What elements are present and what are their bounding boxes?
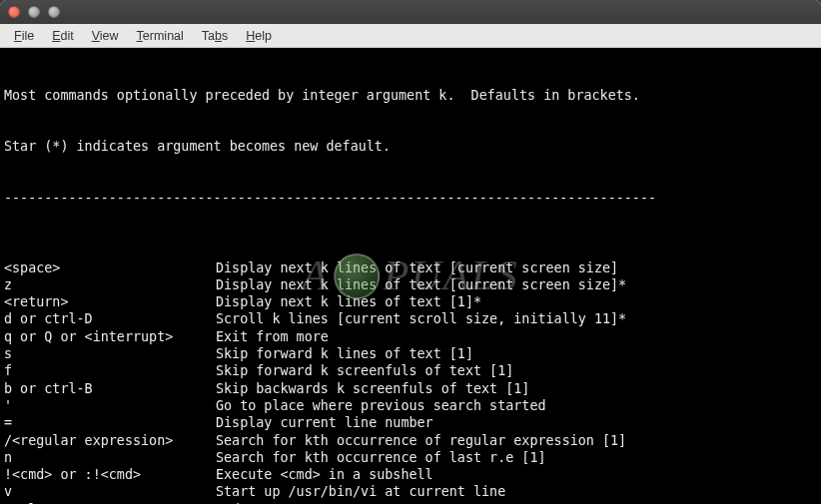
help-row: =Display current line number [4,414,817,431]
close-icon[interactable] [8,6,20,18]
help-row: !<cmd> or :!<cmd>Execute <cmd> in a subs… [4,466,817,483]
help-desc: Execute <cmd> in a subshell [216,466,817,483]
help-row: <space>Display next k lines of text [cur… [4,259,817,276]
help-desc: Skip forward k screenfuls of text [1] [216,362,817,379]
help-row: nSearch for kth occurrence of last r.e [… [4,449,817,466]
help-desc: Go to place where previous search starte… [216,397,817,414]
help-desc: Search for kth occurrence of last r.e [1… [216,449,817,466]
help-key: z [4,276,216,293]
help-key: ' [4,397,216,414]
help-row: 'Go to place where previous search start… [4,397,817,414]
separator-top: ----------------------------------------… [4,190,817,207]
menu-help[interactable]: Help [238,27,280,45]
help-desc: Skip forward k lines of text [1] [216,345,817,362]
help-key: q or Q or <interrupt> [4,328,216,345]
help-row: sSkip forward k lines of text [1] [4,345,817,362]
help-key: v [4,483,216,500]
maximize-icon[interactable] [48,6,60,18]
help-desc: Exit from more [216,328,817,345]
help-key: s [4,345,216,362]
help-row: q or Q or <interrupt>Exit from more [4,328,817,345]
help-desc: Scroll k lines [current scroll size, ini… [216,310,817,327]
help-row: vStart up /usr/bin/vi at current line [4,483,817,500]
help-desc: Display next k lines of text [1]* [216,293,817,310]
help-row: b or ctrl-BSkip backwards k screenfuls o… [4,380,817,397]
menu-view[interactable]: View [84,27,127,45]
help-table: <space>Display next k lines of text [cur… [4,259,817,504]
help-key: n [4,449,216,466]
menu-tabs[interactable]: Tabs [194,27,236,45]
intro-line-2: Star (*) indicates argument becomes new … [4,138,817,155]
intro-line-1: Most commands optionally preceded by int… [4,87,817,104]
help-row: fSkip forward k screenfuls of text [1] [4,362,817,379]
help-key: b or ctrl-B [4,380,216,397]
help-desc: Display next k lines of text [current sc… [216,276,817,293]
help-key: <space> [4,259,216,276]
menu-file[interactable]: FFileile [6,27,42,45]
help-desc: Search for kth occurrence of regular exp… [216,432,817,449]
menu-terminal[interactable]: Terminal [129,27,192,45]
help-key: !<cmd> or :!<cmd> [4,466,216,483]
help-key: /<regular expression> [4,432,216,449]
help-desc: Start up /usr/bin/vi at current line [216,483,817,500]
help-key: <return> [4,293,216,310]
help-row: zDisplay next k lines of text [current s… [4,276,817,293]
menubar: FFileile Edit View Terminal Tabs Help [0,24,821,48]
help-key: f [4,362,216,379]
help-row: <return>Display next k lines of text [1]… [4,293,817,310]
menu-edit[interactable]: Edit [44,27,82,45]
help-key: = [4,414,216,431]
terminal-window: FFileile Edit View Terminal Tabs Help Mo… [0,0,821,504]
help-row: d or ctrl-DScroll k lines [current scrol… [4,310,817,327]
help-desc: Display next k lines of text [current sc… [216,259,817,276]
help-row: /<regular expression>Search for kth occu… [4,432,817,449]
minimize-icon[interactable] [28,6,40,18]
help-desc: Display current line number [216,414,817,431]
help-key: d or ctrl-D [4,310,216,327]
help-desc: Skip backwards k screenfuls of text [1] [216,380,817,397]
titlebar [0,0,821,24]
terminal-viewport[interactable]: Most commands optionally preceded by int… [0,48,821,504]
